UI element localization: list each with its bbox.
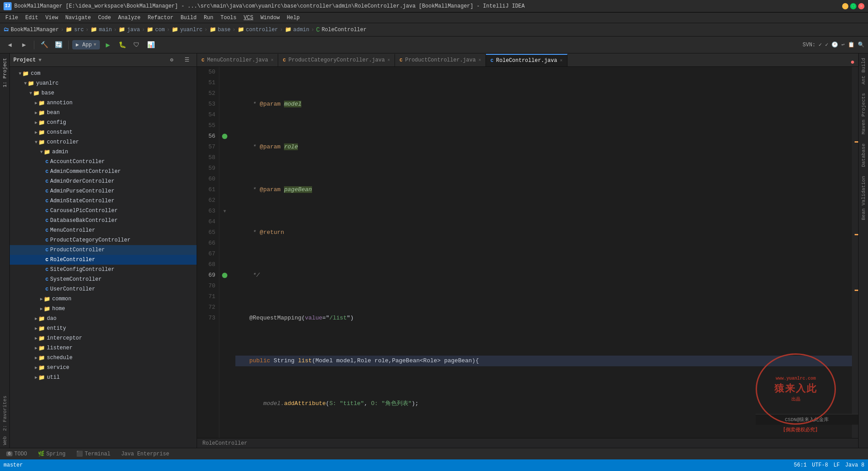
menu-run[interactable]: Run xyxy=(200,14,217,22)
maven-projects-tab[interactable]: Maven Projects xyxy=(860,90,867,137)
tree-item-yuanlrc[interactable]: ▼ 📁 yuanlrc xyxy=(10,78,197,88)
project-icon: 🗂 xyxy=(4,26,9,33)
tree-item-admin[interactable]: ▼ 📁 admin xyxy=(10,147,197,157)
tree-item-base[interactable]: ▼ 📁 base xyxy=(10,88,197,98)
sync-button[interactable]: 🔄 xyxy=(52,39,65,51)
tree-item-systemcontroller[interactable]: C SystemController xyxy=(10,274,197,284)
tree-item-adminpursecontroller[interactable]: C AdminPurseController xyxy=(10,186,197,196)
tree-item-productcontroller[interactable]: C ProductController xyxy=(10,245,197,255)
todo-tab[interactable]: 6 TODO xyxy=(4,450,30,458)
tree-item-annotion[interactable]: ▶ 📁 annotion xyxy=(10,98,197,108)
ant-build-tab[interactable]: Ant Build xyxy=(860,55,867,87)
code-body[interactable]: * @param model * @param role * @param pa… xyxy=(230,67,852,438)
spring-tab[interactable]: 🌿 Spring xyxy=(35,450,68,458)
tab-rolecontroller[interactable]: C RoleController.java × xyxy=(486,54,567,66)
menu-vcs[interactable]: VCS xyxy=(240,14,257,22)
tab-close-productcat[interactable]: × xyxy=(387,58,390,63)
breadcrumb-java[interactable]: java xyxy=(127,27,140,33)
menu-refactor[interactable]: Refactor xyxy=(144,14,177,22)
tab-close-role[interactable]: × xyxy=(560,58,563,63)
tab-productcategorycontroller[interactable]: C ProductCategoryController.java × xyxy=(278,54,395,66)
tree-item-schedule[interactable]: ▶ 📁 schedule xyxy=(10,353,197,363)
tree-item-adminordercontroller[interactable]: C AdminOrderController xyxy=(10,176,197,186)
tree-settings-button[interactable]: ⚙ xyxy=(165,54,178,66)
tree-item-dao[interactable]: ▶ 📁 dao xyxy=(10,314,197,324)
run-button[interactable]: ▶ xyxy=(102,39,114,51)
maximize-button[interactable]: □ xyxy=(850,3,856,9)
breadcrumb-main[interactable]: main xyxy=(99,27,112,33)
tree-item-entity[interactable]: ▶ 📁 entity xyxy=(10,324,197,333)
scrollbar-right[interactable] xyxy=(852,67,858,438)
menu-file[interactable]: File xyxy=(2,14,22,22)
menu-code[interactable]: Code xyxy=(95,14,115,22)
breadcrumb-base[interactable]: base xyxy=(218,27,231,33)
breadcrumb-rolecontroller[interactable]: RoleController xyxy=(321,27,366,33)
tree-item-controller[interactable]: ▼ 📁 controller xyxy=(10,137,197,147)
menu-build[interactable]: Build xyxy=(177,14,200,22)
tree-item-util[interactable]: ▶ 📁 util xyxy=(10,373,197,382)
tree-item-com[interactable]: ▼ 📁 com xyxy=(10,69,197,78)
tree-label-util: util xyxy=(47,374,60,381)
breadcrumb-yuanlrc[interactable]: yuanlrc xyxy=(180,27,202,33)
bean-validation-tab[interactable]: Bean Validation xyxy=(860,173,867,223)
tree-label-usercontroller: UserController xyxy=(50,286,95,292)
tree-item-config[interactable]: ▶ 📁 config xyxy=(10,118,197,127)
tree-item-usercontroller[interactable]: C UserController xyxy=(10,284,197,294)
breadcrumb-src[interactable]: src xyxy=(74,27,84,33)
tree-item-constant[interactable]: ▶ 📁 constant xyxy=(10,127,197,137)
tab-close-menu[interactable]: × xyxy=(271,58,273,63)
tree-item-listener[interactable]: ▶ 📁 listener xyxy=(10,343,197,353)
tab-productcontroller[interactable]: C ProductController.java × xyxy=(395,54,486,66)
tree-label-accountcontroller: AccountController xyxy=(50,159,105,165)
tree-item-interceptor[interactable]: ▶ 📁 interceptor xyxy=(10,333,197,343)
terminal-tab[interactable]: ⬛ Terminal xyxy=(74,450,113,458)
back-button[interactable]: ◀ xyxy=(4,39,16,51)
tree-item-home[interactable]: ▶ 📁 home xyxy=(10,304,197,314)
breadcrumb-controller[interactable]: controller xyxy=(246,27,278,33)
app-config-button[interactable]: ▶ App ▼ xyxy=(72,40,100,49)
tree-label-annotion: annotion xyxy=(47,100,73,106)
forward-button[interactable]: ▶ xyxy=(18,39,30,51)
menu-tools[interactable]: Tools xyxy=(217,14,240,22)
menu-view[interactable]: View xyxy=(42,14,62,22)
menu-window[interactable]: Window xyxy=(257,14,283,22)
gutter-fold-63[interactable]: ▼ xyxy=(219,206,230,217)
tab-menucontroller[interactable]: C MenuController.java × xyxy=(197,54,278,66)
tree-item-menucontroller[interactable]: C MenuController xyxy=(10,225,197,235)
profile-button[interactable]: 📊 xyxy=(144,39,157,51)
java-enterprise-tab[interactable]: Java Enterprise xyxy=(119,450,172,458)
project-tab[interactable]: 1: Project xyxy=(1,55,8,90)
web-tab[interactable]: Web xyxy=(1,434,8,448)
tree-item-adminstatecontroller[interactable]: C AdminStateController xyxy=(10,196,197,206)
favorites-tab[interactable]: 2: Favorites xyxy=(1,393,8,434)
tree-item-common[interactable]: ▶ 📁 common xyxy=(10,294,197,304)
tab-close-product[interactable]: × xyxy=(478,58,481,63)
tree-item-bean[interactable]: ▶ 📁 bean xyxy=(10,108,197,118)
menu-analyze[interactable]: Analyze xyxy=(115,14,144,22)
tree-item-siteconfigcontroller[interactable]: C SiteConfigController xyxy=(10,265,197,274)
coverage-button[interactable]: 🛡 xyxy=(130,39,143,51)
breadcrumb-admin[interactable]: admin xyxy=(293,27,309,33)
tree-item-accountcontroller[interactable]: C AccountController xyxy=(10,157,197,167)
database-tab[interactable]: Database xyxy=(860,141,867,170)
tree-item-admincommentcontroller[interactable]: C AdminCommentController xyxy=(10,167,197,176)
minimize-button[interactable]: ─ xyxy=(842,3,848,9)
tree-item-rolecontroller[interactable]: C RoleController xyxy=(10,255,197,265)
menu-edit[interactable]: Edit xyxy=(22,14,42,22)
menu-help[interactable]: Help xyxy=(283,14,303,22)
toolbar: ◀ ▶ 🔨 🔄 ▶ App ▼ ▶ 🐛 🛡 📊 SVN: ✓ ✓ 🕐 ↩ 📋 🔍 xyxy=(0,37,868,53)
tree-item-carouselpiccontroller[interactable]: C CarouselPicController xyxy=(10,206,197,216)
debug-button[interactable]: 🐛 xyxy=(116,39,128,51)
close-button[interactable]: ✕ xyxy=(858,3,864,9)
code-content[interactable]: 50 51 52 53 54 55 56 57 58 59 60 61 62 6… xyxy=(197,67,858,438)
tree-item-service[interactable]: ▶ 📁 service xyxy=(10,363,197,373)
tree-item-databasebakcontroller[interactable]: C DatabaseBakController xyxy=(10,216,197,225)
breadcrumb-com[interactable]: com xyxy=(155,27,165,33)
tree-label-adminpursecontroller: AdminPurseController xyxy=(50,188,115,194)
breadcrumb-bookmallmanager[interactable]: BookMallManager xyxy=(11,27,59,33)
menu-navigate[interactable]: Navigate xyxy=(62,14,95,22)
tree-item-productcategorycontroller[interactable]: C ProductCategoryController xyxy=(10,235,197,245)
tree-collapse-button[interactable]: ☰ xyxy=(181,54,193,66)
build-button[interactable]: 🔨 xyxy=(38,39,50,51)
folder-icon-controller: 📁 xyxy=(38,139,45,146)
